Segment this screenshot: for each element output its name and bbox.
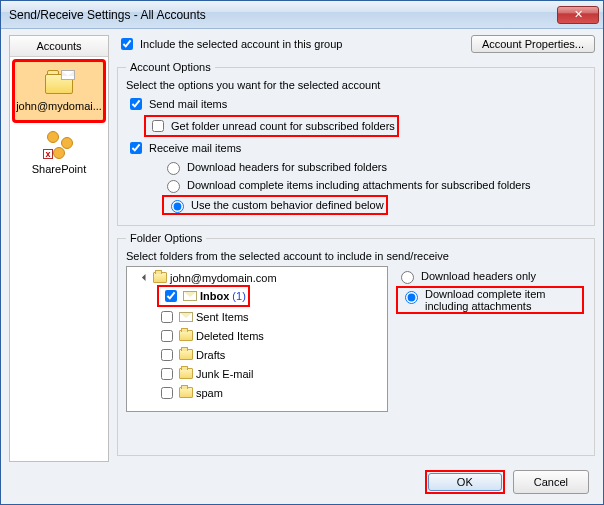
folder-label: Drafts	[196, 349, 225, 361]
receive-mail-row[interactable]: Receive mail items	[126, 139, 586, 157]
custom-behavior-row[interactable]: Use the custom behavior defined below	[162, 195, 586, 215]
unread-count-row[interactable]: Get folder unread count for subscribed f…	[144, 115, 586, 137]
download-complete-radio[interactable]	[167, 180, 180, 193]
window-title: Send/Receive Settings - All Accounts	[9, 8, 557, 22]
folder-checkbox[interactable]	[161, 349, 173, 361]
folder-download-options: Download headers only Download complete …	[396, 266, 586, 412]
custom-behavior-label: Use the custom behavior defined below	[191, 199, 384, 211]
envelope-icon	[183, 291, 197, 301]
send-mail-label: Send mail items	[149, 98, 227, 110]
expand-icon[interactable]	[142, 274, 149, 281]
folder-checkbox[interactable]	[165, 290, 177, 302]
send-mail-row[interactable]: Send mail items	[126, 95, 586, 113]
folder-options-group: Folder Options Select folders from the s…	[117, 232, 595, 456]
tree-root-label: john@mydomain.com	[170, 272, 277, 284]
folder-checkbox[interactable]	[161, 330, 173, 342]
folder-options-body: john@mydomain.com Inbox	[126, 266, 586, 412]
custom-behavior-radio[interactable]	[171, 200, 184, 213]
folder-options-intro: Select folders from the selected account…	[126, 250, 586, 262]
account-options-legend: Account Options	[126, 61, 215, 73]
tree-item-sent[interactable]: Sent Items	[157, 308, 249, 326]
sidebar-item-label: SharePoint	[32, 163, 86, 175]
sidebar-item-sharepoint[interactable]: x SharePoint	[10, 125, 108, 183]
tree-root-row[interactable]: john@mydomain.com	[143, 272, 277, 284]
folder-icon	[179, 349, 193, 360]
sidebar-header: Accounts	[10, 36, 108, 57]
folder-label: spam	[196, 387, 223, 399]
include-account-row[interactable]: Include the selected account in this gro…	[117, 35, 342, 53]
top-row: Include the selected account in this gro…	[117, 35, 595, 53]
dialog-window: Send/Receive Settings - All Accounts ✕ A…	[0, 0, 604, 505]
folder-label: Deleted Items	[196, 330, 264, 342]
unread-count-label: Get folder unread count for subscribed f…	[171, 120, 395, 132]
folder-icon	[179, 330, 193, 341]
mail-account-icon	[43, 68, 75, 96]
folder-headers-row[interactable]: Download headers only	[396, 268, 586, 284]
receive-mail-checkbox[interactable]	[130, 142, 142, 154]
download-complete-label: Download complete items including attach…	[187, 179, 531, 191]
folder-complete-row[interactable]: Download complete item including attachm…	[396, 286, 586, 314]
tree-item-deleted[interactable]: Deleted Items	[157, 327, 264, 345]
sidebar-item-mail-account[interactable]: john@mydomai...	[14, 61, 104, 121]
tree-item-spam[interactable]: spam	[157, 384, 223, 402]
folder-label: Sent Items	[196, 311, 249, 323]
send-mail-checkbox[interactable]	[130, 98, 142, 110]
account-properties-button[interactable]: Account Properties...	[471, 35, 595, 53]
tree-item-inbox[interactable]: Inbox (1)	[157, 285, 250, 307]
account-options-group: Account Options Select the options you w…	[117, 61, 595, 226]
receive-mail-label: Receive mail items	[149, 142, 241, 154]
close-button[interactable]: ✕	[557, 6, 599, 24]
unread-count-checkbox[interactable]	[152, 120, 164, 132]
download-headers-label: Download headers for subscribed folders	[187, 161, 387, 173]
tree-item-drafts[interactable]: Drafts	[157, 346, 225, 364]
main-split: Accounts john@mydomai... x SharePoint	[9, 35, 595, 462]
folder-headers-label: Download headers only	[421, 270, 536, 282]
unread-count: (1)	[232, 290, 245, 302]
folder-icon	[179, 387, 193, 398]
ok-button[interactable]: OK	[428, 473, 502, 491]
download-complete-row[interactable]: Download complete items including attach…	[162, 177, 586, 193]
folder-complete-label: Download complete item including attachm…	[425, 288, 580, 312]
client-area: Accounts john@mydomai... x SharePoint	[1, 29, 603, 504]
folder-icon	[179, 368, 193, 379]
folder-checkbox[interactable]	[161, 387, 173, 399]
folder-label: Junk E-mail	[196, 368, 253, 380]
cancel-button[interactable]: Cancel	[513, 470, 589, 494]
folder-icon	[153, 272, 167, 283]
folder-options-legend: Folder Options	[126, 232, 206, 244]
folder-label: Inbox	[200, 290, 229, 302]
folder-tree[interactable]: john@mydomain.com Inbox	[126, 266, 388, 412]
tree-item-junk[interactable]: Junk E-mail	[157, 365, 253, 383]
sharepoint-icon: x	[43, 131, 75, 159]
right-panel: Include the selected account in this gro…	[117, 35, 595, 462]
folder-checkbox[interactable]	[161, 368, 173, 380]
folder-complete-radio[interactable]	[405, 291, 418, 304]
include-account-label: Include the selected account in this gro…	[140, 38, 342, 50]
envelope-icon	[179, 312, 193, 322]
download-headers-row[interactable]: Download headers for subscribed folders	[162, 159, 586, 175]
dialog-footer: OK Cancel	[9, 462, 595, 498]
folder-headers-radio[interactable]	[401, 271, 414, 284]
accounts-sidebar: Accounts john@mydomai... x SharePoint	[9, 35, 109, 462]
folder-checkbox[interactable]	[161, 311, 173, 323]
sidebar-item-label: john@mydomai...	[16, 100, 102, 112]
download-headers-radio[interactable]	[167, 162, 180, 175]
titlebar: Send/Receive Settings - All Accounts ✕	[1, 1, 603, 29]
include-account-checkbox[interactable]	[121, 38, 133, 50]
account-options-intro: Select the options you want for the sele…	[126, 79, 586, 91]
